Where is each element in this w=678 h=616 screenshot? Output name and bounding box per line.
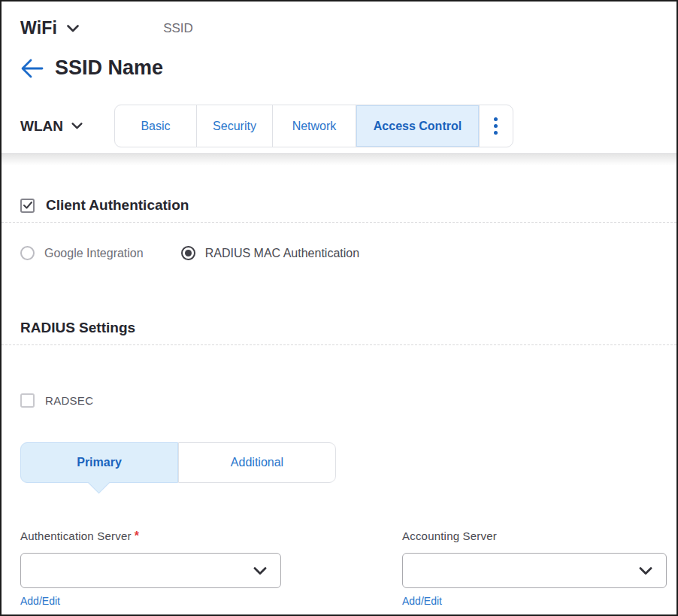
field-label: Accounting Server [402,530,497,542]
kebab-dot [494,131,498,135]
kebab-dot [494,117,498,121]
radio-unselected-icon [20,246,35,260]
wifi-menu-dropdown[interactable]: WiFi [20,18,79,38]
wifi-menu-label: WiFi [20,18,57,38]
field-label: Authentication Server [20,530,132,542]
checkmark-icon [23,202,32,209]
add-edit-link[interactable]: Add/Edit [402,595,442,607]
authentication-server-select[interactable] [20,553,281,588]
authentication-server-field: Authentication Server* Add/Edit [20,530,281,608]
tab-additional[interactable]: Additional [178,442,336,483]
back-arrow-icon [20,59,44,78]
radio-label: RADIUS MAC Authentication [205,247,359,260]
chevron-down-icon [71,123,83,129]
radsec-label: RADSEC [45,394,93,407]
server-form-row: Authentication Server* Add/Edit Accounti… [2,530,676,608]
radio-selected-icon [181,246,195,260]
accounting-server-select[interactable] [402,553,667,588]
tab-security[interactable]: Security [197,105,273,147]
chevron-down-icon [253,566,267,575]
required-asterisk: * [135,530,139,542]
radius-settings-header: RADIUS Settings [2,320,676,336]
chevron-down-icon [639,566,652,575]
wlan-menu-dropdown[interactable]: WLAN [20,118,83,135]
tab-network[interactable]: Network [273,105,356,147]
radius-server-tab-group: Primary Additional [20,442,336,483]
wlan-menu-label: WLAN [20,118,63,135]
accounting-server-field: Accounting Server Add/Edit [402,530,667,608]
breadcrumb: SSID [163,21,193,36]
client-authentication-header: Client Authentication [2,197,676,214]
kebab-dot [494,124,498,128]
radsec-checkbox[interactable] [20,393,35,408]
add-edit-link[interactable]: Add/Edit [20,595,60,607]
section-divider [2,344,676,345]
tab-access-control[interactable]: Access Control [356,105,480,147]
section-title: RADIUS Settings [20,320,135,335]
app-window: WiFi SSID SSID Name WLAN Basic Security … [0,0,678,616]
top-bar: WiFi SSID [2,2,676,38]
wlan-tab-bar: WLAN Basic Security Network Access Contr… [2,105,676,147]
radio-radius-mac-authentication[interactable]: RADIUS MAC Authentication [181,246,359,260]
section-title: Client Authentication [46,197,189,214]
client-auth-options: Google Integration RADIUS MAC Authentica… [2,246,676,260]
more-tabs-kebab-button[interactable] [480,105,513,147]
radio-google-integration[interactable]: Google Integration [20,246,144,260]
section-divider [2,222,676,223]
radio-label: Google Integration [44,247,144,260]
radsec-row: RADSEC [2,393,676,408]
tab-basic[interactable]: Basic [115,105,197,147]
wlan-tab-group: Basic Security Network Access Control [114,105,513,147]
back-arrow-button[interactable] [20,59,44,78]
client-authentication-checkbox[interactable] [20,199,35,213]
page-title: SSID Name [55,56,163,80]
title-bar: SSID Name [2,38,676,80]
header-divider [2,153,676,165]
chevron-down-icon [67,25,79,32]
